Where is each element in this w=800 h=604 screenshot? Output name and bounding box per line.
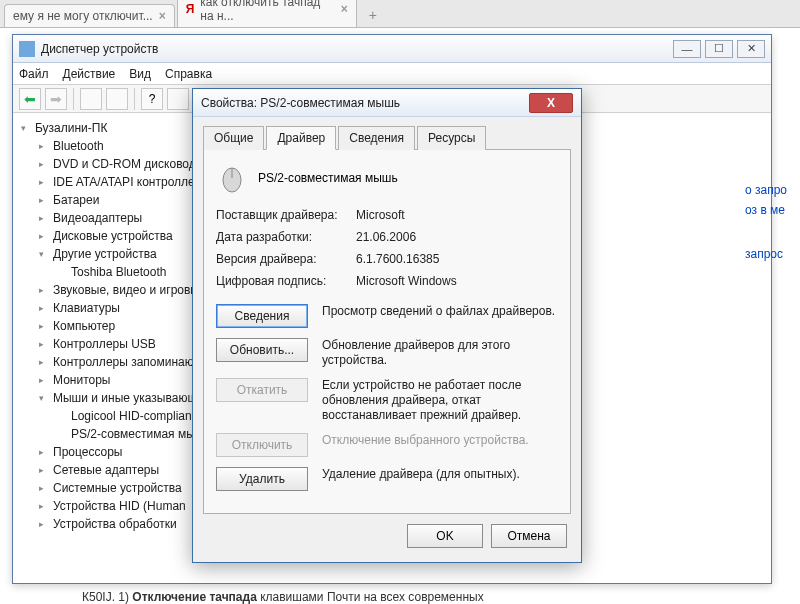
close-icon[interactable]: × [341,2,348,16]
label: Поставщик драйвера: [216,208,356,222]
dialog-footer: OK Отмена [203,514,571,552]
forward-button[interactable]: ➡ [45,88,67,110]
driver-info: Поставщик драйвера:Microsoft Дата разраб… [216,208,558,288]
ok-button[interactable]: OK [407,524,483,548]
delete-desc: Удаление драйвера (для опытных). [322,467,558,482]
label: Цифровая подпись: [216,274,356,288]
window-title: Диспетчер устройств [41,42,673,56]
properties-dialog: Свойства: PS/2-совместимая мышь X Общие … [192,88,582,563]
close-icon[interactable]: × [159,9,166,23]
value: Microsoft Windows [356,274,558,288]
browser-tab[interactable]: Я как отключить тачпад на н... × [177,0,357,27]
cancel-button[interactable]: Отмена [491,524,567,548]
browser-tab[interactable]: ему я не могу отключит... × [4,4,175,27]
separator [73,88,74,110]
label: Версия драйвера: [216,252,356,266]
mouse-icon [216,162,248,194]
tab-title: ему я не могу отключит... [13,9,153,23]
browser-tabstrip: ему я не могу отключит... × Я как отключ… [0,0,800,28]
label: Дата разработки: [216,230,356,244]
device-name: PS/2-совместимая мышь [258,171,398,185]
toolbar-button[interactable] [80,88,102,110]
minimize-button[interactable]: — [673,40,701,58]
maximize-button[interactable]: ☐ [705,40,733,58]
tab-strip: Общие Драйвер Сведения Ресурсы [203,125,571,150]
value: 21.06.2006 [356,230,558,244]
toolbar-button[interactable] [106,88,128,110]
menu-view[interactable]: Вид [129,67,151,81]
help-button[interactable]: ? [141,88,163,110]
new-tab-button[interactable]: + [359,3,387,27]
menu-help[interactable]: Справка [165,67,212,81]
yandex-icon: Я [186,2,195,16]
computer-icon [19,41,35,57]
rollback-desc: Если устройство не работает после обновл… [322,378,558,423]
page-body-text: К50IJ. 1) Отключение тачпада клавишами П… [82,588,682,604]
window-titlebar[interactable]: Диспетчер устройств — ☐ ✕ [13,35,771,63]
details-desc: Просмотр сведений о файлах драйверов. [322,304,558,319]
value: Microsoft [356,208,558,222]
tab-title: как отключить тачпад на н... [200,0,334,23]
disable-button: Отключить [216,433,308,457]
tab-details[interactable]: Сведения [338,126,415,150]
rollback-button: Откатить [216,378,308,402]
dialog-titlebar[interactable]: Свойства: PS/2-совместимая мышь X [193,89,581,117]
update-button[interactable]: Обновить... [216,338,308,362]
update-desc: Обновление драйверов для этого устройств… [322,338,558,368]
tab-resources[interactable]: Ресурсы [417,126,486,150]
disable-desc: Отключение выбранного устройства. [322,433,558,448]
dialog-title: Свойства: PS/2-совместимая мышь [201,96,529,110]
toolbar-button[interactable] [167,88,189,110]
menu-action[interactable]: Действие [63,67,116,81]
back-button[interactable]: ⬅ [19,88,41,110]
menubar: Файл Действие Вид Справка [13,63,771,85]
value: 6.1.7600.16385 [356,252,558,266]
details-button[interactable]: Сведения [216,304,308,328]
separator [134,88,135,110]
tab-content: PS/2-совместимая мышь Поставщик драйвера… [203,150,571,514]
close-button[interactable]: X [529,93,573,113]
tab-general[interactable]: Общие [203,126,264,150]
background-text: о запро оз в ме запрос [745,180,800,264]
menu-file[interactable]: Файл [19,67,49,81]
tab-driver[interactable]: Драйвер [266,126,336,150]
delete-button[interactable]: Удалить [216,467,308,491]
close-button[interactable]: ✕ [737,40,765,58]
